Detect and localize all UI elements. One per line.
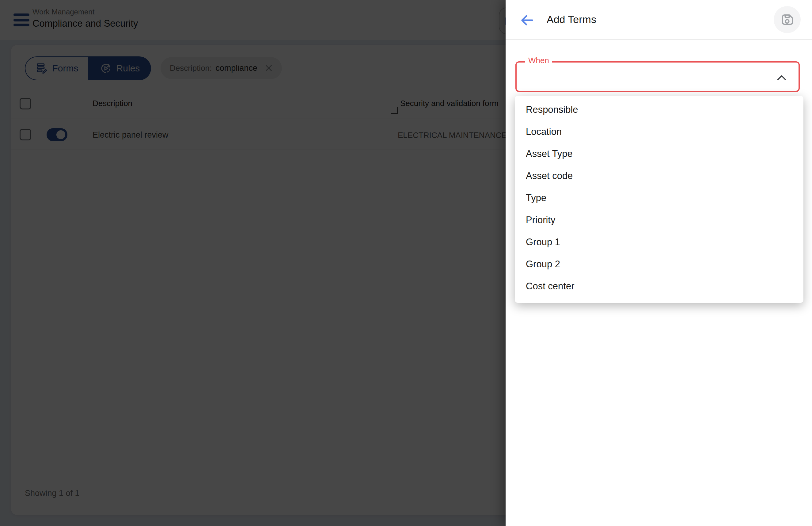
option-responsible[interactable]: Responsible [515, 99, 803, 121]
option-location[interactable]: Location [515, 121, 803, 143]
back-arrow-icon [519, 12, 535, 28]
back-button[interactable] [519, 12, 536, 29]
chevron-up-icon[interactable] [777, 74, 787, 81]
option-cost-center[interactable]: Cost center [515, 275, 803, 297]
option-type[interactable]: Type [515, 187, 803, 209]
when-options-menu: Responsible Location Asset Type Asset co… [515, 96, 803, 303]
option-priority[interactable]: Priority [515, 209, 803, 231]
panel-header: Add Terms [506, 0, 812, 40]
save-floppy-icon [779, 12, 795, 28]
panel-title: Add Terms [547, 14, 596, 26]
option-group-1[interactable]: Group 1 [515, 231, 803, 253]
screen: Work Management Compliance and Security … [0, 0, 812, 526]
when-select-field[interactable] [516, 61, 800, 92]
option-asset-type[interactable]: Asset Type [515, 143, 803, 165]
when-field-label: When [525, 56, 552, 65]
option-group-2[interactable]: Group 2 [515, 253, 803, 275]
add-terms-panel: Add Terms When Responsible Location Asse… [506, 0, 812, 526]
option-asset-code[interactable]: Asset code [515, 165, 803, 187]
save-button[interactable] [774, 6, 801, 33]
